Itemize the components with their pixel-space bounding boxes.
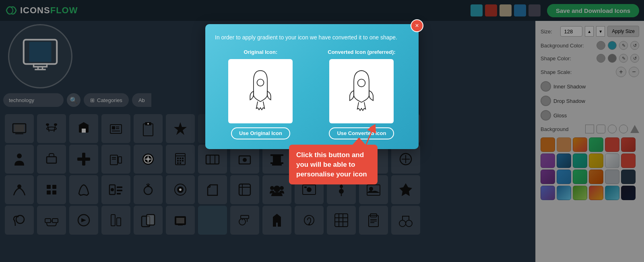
original-icon-box <box>228 59 293 123</box>
use-original-button[interactable]: Use Original Icon <box>231 127 290 139</box>
converted-icon-box <box>329 59 394 123</box>
callout-tooltip: Click this button and you will be able t… <box>289 145 378 184</box>
modal-icons-row: Original Icon: Use Original Icon Convert… <box>215 49 409 139</box>
original-icon-label: Original Icon: <box>244 49 278 55</box>
modal-overlay[interactable]: × In order to apply gradient to your ico… <box>0 0 644 262</box>
original-rocket-svg <box>236 67 285 115</box>
converted-rocket-svg <box>337 67 386 115</box>
svg-point-159 <box>257 79 264 86</box>
callout-text: Click this button and you will be able t… <box>296 151 367 178</box>
converted-icon-label: Converted Icon (preferred): <box>328 49 395 55</box>
modal-dialog: × In order to apply gradient to your ico… <box>205 24 419 149</box>
modal-title: In order to apply gradient to your icon … <box>215 34 409 42</box>
original-icon-col: Original Icon: Use Original Icon <box>228 49 293 139</box>
modal-close-button[interactable]: × <box>411 19 423 32</box>
converted-icon-col: Converted Icon (preferred): Use Converte… <box>328 49 395 139</box>
svg-point-160 <box>358 79 365 87</box>
